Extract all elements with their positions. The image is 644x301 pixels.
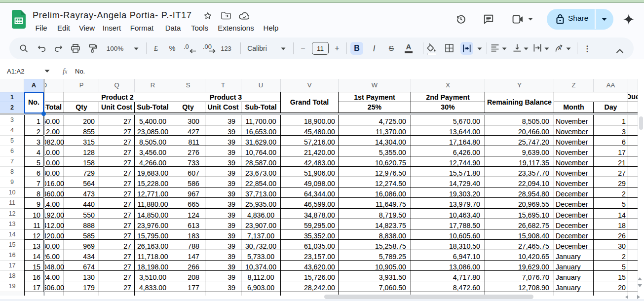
- svg-text:A: A: [558, 46, 562, 51]
- svg-text:.00: .00: [203, 43, 212, 50]
- svg-text:.0: .0: [184, 43, 189, 50]
